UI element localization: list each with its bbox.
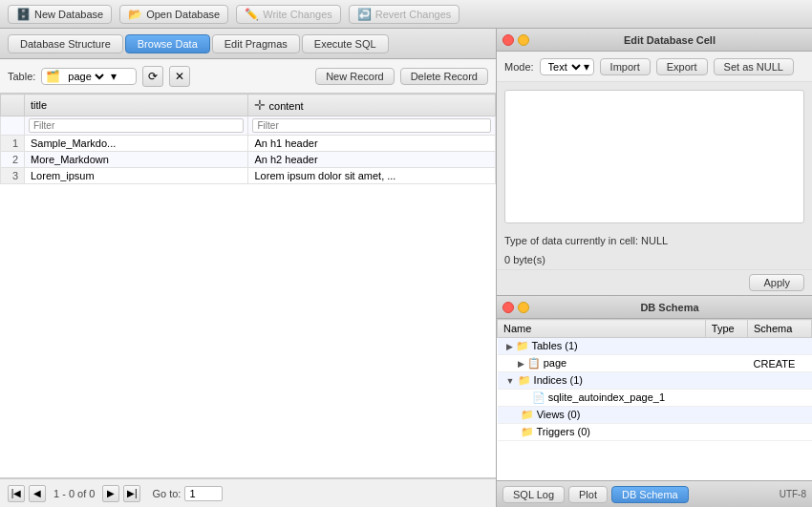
- schema-row[interactable]: 📁 Triggers (0): [498, 424, 812, 441]
- db-schema-tab[interactable]: DB Schema: [611, 486, 689, 503]
- schema-schema-cell: [748, 390, 812, 407]
- table-select-arrow: ▾: [111, 70, 117, 83]
- page-prev-button[interactable]: ◀: [29, 485, 46, 502]
- page-next-button[interactable]: ▶: [102, 485, 119, 502]
- write-changes-button[interactable]: ✏️ Write Changes: [236, 5, 341, 24]
- schema-min-dot[interactable]: [518, 302, 529, 313]
- schema-schema-cell: [748, 407, 812, 424]
- schema-col-name[interactable]: Name: [498, 320, 706, 338]
- schema-name-cell[interactable]: ▶ 📋 page: [498, 355, 706, 372]
- cell-textarea[interactable]: [504, 90, 804, 223]
- filter-num-cell: [1, 116, 25, 136]
- col-content-header[interactable]: ✛ content: [248, 95, 496, 116]
- filter-content-cell[interactable]: [248, 116, 496, 136]
- tab-bar: Database Structure Browse Data Edit Prag…: [0, 29, 496, 59]
- plot-tab[interactable]: Plot: [568, 486, 608, 503]
- table-select[interactable]: page: [64, 70, 107, 83]
- delete-record-button[interactable]: Delete Record: [400, 68, 488, 85]
- import-button[interactable]: Import: [600, 58, 651, 75]
- tab-execute-sql[interactable]: Execute SQL: [302, 34, 389, 53]
- schema-item-icon: 📋: [527, 357, 541, 369]
- tree-arrow[interactable]: ▶: [518, 359, 524, 369]
- export-button[interactable]: Export: [656, 58, 708, 75]
- left-panel: Database Structure Browse Data Edit Prag…: [0, 29, 497, 507]
- filter-title-cell[interactable]: [25, 116, 248, 136]
- cell-type-info: Type of data currently in cell: NULL: [497, 231, 812, 250]
- open-database-button[interactable]: 📂 Open Database: [119, 5, 228, 24]
- col-num-header: [1, 95, 25, 116]
- schema-close-dot[interactable]: [502, 302, 514, 313]
- apply-button[interactable]: Apply: [749, 274, 804, 291]
- pagination-bar: |◀ ◀ 1 - 0 of 0 ▶ ▶| Go to:: [0, 478, 496, 507]
- main-layout: Database Structure Browse Data Edit Prag…: [0, 29, 812, 507]
- col-title-label: title: [31, 99, 47, 111]
- filter-title-input[interactable]: [29, 118, 244, 133]
- tab-database-structure[interactable]: Database Structure: [8, 34, 123, 53]
- schema-item-name: sqlite_autoindex_page_1: [548, 391, 665, 403]
- close-dot[interactable]: [502, 34, 514, 46]
- row-title-cell[interactable]: More_Markdown: [25, 152, 248, 168]
- page-last-button[interactable]: ▶|: [123, 485, 140, 502]
- schema-col-schema[interactable]: Schema: [748, 320, 812, 338]
- mode-select[interactable]: Text: [545, 60, 584, 74]
- row-content-cell[interactable]: Lorem ipsum dolor sit amet, ...: [248, 168, 496, 184]
- right-panel: Edit Database Cell Mode: Text ▾ Import E…: [497, 29, 812, 507]
- schema-table-wrap[interactable]: Name Type Schema ▶: [497, 319, 812, 480]
- schema-name-cell[interactable]: 📄 sqlite_autoindex_page_1: [498, 390, 706, 407]
- revert-changes-button[interactable]: ↩️ Revert Changes: [349, 5, 460, 24]
- tab-browse-data[interactable]: Browse Data: [125, 34, 210, 53]
- row-title-cell[interactable]: Sample_Markdo...: [25, 136, 248, 152]
- schema-row[interactable]: ▼ 📁 Indices (1): [498, 372, 812, 390]
- table-toolbar: Table: 🗂️ page ▾ ⟳ ✕ New Record Delete R…: [0, 59, 496, 94]
- row-title-cell[interactable]: Lorem_ipsum: [25, 168, 248, 184]
- table-row[interactable]: 2 More_Markdown An h2 header: [1, 152, 496, 168]
- write-changes-label: Write Changes: [263, 9, 332, 20]
- table-row[interactable]: 1 Sample_Markdo... An h1 header: [1, 136, 496, 152]
- data-table-wrap[interactable]: title ✛ content: [0, 94, 496, 478]
- page-first-button[interactable]: |◀: [8, 485, 25, 502]
- revert-icon: ↩️: [357, 8, 372, 21]
- schema-row[interactable]: ▶ 📁 Tables (1): [498, 338, 812, 355]
- refresh-table-button[interactable]: ⟳: [142, 66, 163, 87]
- col-title-header[interactable]: title: [25, 95, 248, 116]
- tab-edit-pragmas[interactable]: Edit Pragmas: [212, 34, 300, 53]
- table-select-wrap[interactable]: 🗂️ page ▾: [41, 68, 137, 85]
- schema-item-name: page: [544, 357, 566, 369]
- schema-panel: DB Schema Name Type Schema: [497, 296, 812, 480]
- goto-input[interactable]: [184, 486, 223, 501]
- schema-schema-cell: [748, 424, 812, 441]
- set-null-button[interactable]: Set as NULL: [714, 58, 794, 75]
- schema-name-cell[interactable]: ▼ 📁 Indices (1): [498, 372, 706, 390]
- new-record-button[interactable]: New Record: [315, 68, 395, 85]
- filter-content-input[interactable]: [252, 118, 491, 133]
- row-num-cell: 3: [1, 168, 25, 184]
- row-num-cell: 1: [1, 136, 25, 152]
- schema-type-cell: [705, 390, 747, 407]
- schema-name-cell[interactable]: ▶ 📁 Tables (1): [498, 338, 706, 355]
- schema-type-cell: [705, 407, 747, 424]
- clear-table-button[interactable]: ✕: [169, 66, 190, 87]
- schema-item-icon: 📁: [516, 340, 529, 351]
- table-row[interactable]: 3 Lorem_ipsum Lorem ipsum dolor sit amet…: [1, 168, 496, 184]
- minimize-dot[interactable]: [518, 34, 529, 46]
- new-database-button[interactable]: 🗄️ New Database: [8, 5, 112, 24]
- tree-arrow[interactable]: ▶: [506, 342, 513, 351]
- schema-row[interactable]: ▶ 📋 page CREATE: [498, 355, 812, 372]
- schema-title: DB Schema: [533, 302, 806, 313]
- row-content-cell[interactable]: An h1 header: [248, 136, 496, 152]
- schema-type-cell: [705, 372, 747, 390]
- schema-item-name: Tables (1): [531, 340, 577, 351]
- schema-name-cell[interactable]: 📁 Triggers (0): [498, 424, 706, 441]
- schema-name-cell[interactable]: 📁 Views (0): [498, 407, 706, 424]
- col-content-label: content: [269, 100, 304, 112]
- schema-col-type[interactable]: Type: [705, 320, 747, 338]
- tree-arrow[interactable]: ▼: [506, 376, 515, 386]
- sql-log-tab[interactable]: SQL Log: [502, 486, 565, 503]
- cell-size-info: 0 byte(s): [497, 250, 812, 269]
- row-content-cell[interactable]: An h2 header: [248, 152, 496, 168]
- schema-controls: [502, 302, 529, 313]
- mode-select-wrap[interactable]: Text ▾: [540, 58, 594, 75]
- schema-row[interactable]: 📁 Views (0): [498, 407, 812, 424]
- schema-row[interactable]: 📄 sqlite_autoindex_page_1: [498, 390, 812, 407]
- edit-cell-title: Edit Database Cell: [533, 34, 806, 46]
